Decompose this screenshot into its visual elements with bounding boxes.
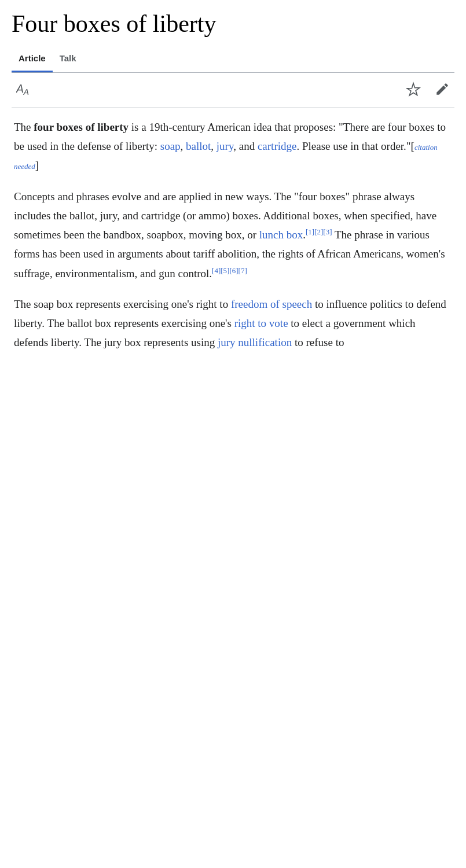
p1-bracket-close: ]	[35, 159, 39, 171]
p1-comma2: ,	[211, 140, 217, 152]
citation-7[interactable]: [7]	[238, 266, 247, 274]
link-jury[interactable]: jury	[217, 140, 233, 152]
link-freedom-of-speech[interactable]: freedom of speech	[231, 298, 312, 310]
translate-button[interactable]: A A	[14, 79, 37, 102]
page-title: Four boxes of liberty	[12, 9, 454, 38]
svg-text:A: A	[16, 82, 24, 95]
p1-close: . Please use in that order."[	[296, 140, 414, 152]
paragraph-1: The four boxes of liberty is a 19th-cent…	[14, 117, 452, 175]
edit-icon	[435, 82, 450, 97]
tab-article[interactable]: Article	[12, 47, 53, 72]
citation-6[interactable]: [6]	[229, 266, 238, 274]
tab-talk[interactable]: Talk	[53, 47, 83, 72]
toolbar-right	[403, 79, 452, 101]
toolbar-left: A A	[14, 79, 37, 102]
paragraph-3: The soap box represents exercising one's…	[14, 295, 452, 352]
link-ballot[interactable]: ballot	[186, 140, 211, 152]
link-cartridge[interactable]: cartridge	[258, 140, 297, 152]
star-icon	[406, 82, 421, 97]
p1-bold: four boxes of liberty	[34, 121, 129, 133]
p3-text-end: to refuse to	[292, 336, 344, 348]
p3-text-before: The soap box represents exercising one's…	[14, 298, 231, 310]
citation-5[interactable]: [5]	[221, 266, 229, 274]
link-right-to-vote[interactable]: right to vote	[234, 317, 288, 329]
p1-and: , and	[233, 140, 258, 152]
content-body: The four boxes of liberty is a 19th-cent…	[12, 117, 454, 352]
paragraph-2: Concepts and phrases evolve and are appl…	[14, 187, 452, 283]
citation-3[interactable]: [3]	[323, 227, 332, 236]
p1-before-bold: The	[14, 121, 34, 133]
link-jury-nullification[interactable]: jury nullification	[218, 336, 292, 348]
watch-button[interactable]	[403, 79, 423, 101]
link-soap[interactable]: soap	[160, 140, 181, 152]
p1-comma1: ,	[181, 140, 186, 152]
citation-2[interactable]: [2]	[314, 227, 323, 236]
tabs-row: Article Talk	[12, 47, 454, 73]
toolbar-row: A A	[12, 73, 454, 108]
edit-button[interactable]	[432, 79, 452, 101]
translate-icon: A A	[16, 81, 35, 97]
link-lunch-box[interactable]: lunch box	[259, 229, 303, 241]
citation-4[interactable]: [4]	[212, 266, 221, 274]
citation-1[interactable]: [1]	[306, 227, 314, 236]
svg-text:A: A	[23, 87, 28, 97]
page-container: Four boxes of liberty Article Talk A A	[0, 0, 466, 376]
